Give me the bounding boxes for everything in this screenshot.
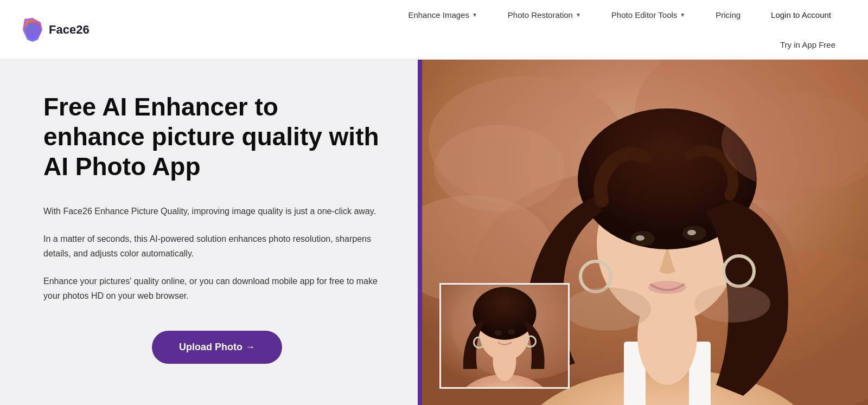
nav-area: Enhance Images ▼ Photo Restoration ▼ Pho… [393, 0, 846, 60]
nav-pricing-label: Pricing [716, 10, 741, 20]
hero-description-1: With Face26 Enhance Picture Quality, imp… [43, 204, 385, 218]
nav-top: Enhance Images ▼ Photo Restoration ▼ Pho… [393, 0, 846, 30]
svg-point-23 [694, 285, 770, 323]
photo-editor-tools-dropdown-icon: ▼ [680, 12, 685, 18]
main-photo [418, 60, 868, 405]
nav-enhance-images[interactable]: Enhance Images ▼ [393, 0, 492, 30]
logo-area[interactable]: Face26 [22, 18, 90, 42]
svg-point-21 [722, 92, 868, 190]
nav-photo-restoration-label: Photo Restoration [508, 10, 573, 20]
nav-photo-editor-tools[interactable]: Photo Editor Tools ▼ [596, 0, 700, 30]
nav-photo-editor-tools-label: Photo Editor Tools [611, 10, 677, 20]
nav-enhance-images-label: Enhance Images [408, 10, 469, 20]
nav-login-label: Login to Account [771, 10, 831, 20]
upload-photo-label: Upload Photo → [179, 342, 255, 353]
nav-bottom: Try in App Free [393, 30, 846, 60]
svg-point-30 [473, 287, 537, 340]
upload-photo-button[interactable]: Upload Photo → [152, 331, 282, 364]
svg-point-15 [636, 235, 644, 241]
logo-text: Face26 [49, 23, 90, 37]
svg-point-17 [648, 281, 686, 294]
logo-icon [22, 18, 43, 42]
try-app-button[interactable]: Try in App Free [769, 40, 846, 49]
svg-point-31 [494, 330, 502, 336]
enhance-images-dropdown-icon: ▼ [472, 12, 477, 18]
thumbnail-overlay [439, 283, 570, 389]
header: Face26 Enhance Images ▼ Photo Restoratio… [0, 0, 868, 60]
svg-point-32 [508, 329, 515, 335]
svg-point-22 [564, 287, 651, 331]
purple-border-left [418, 60, 422, 405]
left-panel: Free AI Enhancer to enhance picture qual… [0, 60, 418, 405]
nav-login[interactable]: Login to Account [756, 0, 846, 30]
photo-restoration-dropdown-icon: ▼ [576, 12, 581, 18]
svg-point-20 [434, 125, 564, 211]
hero-title: Free AI Enhancer to enhance picture qual… [43, 92, 385, 182]
nav-pricing[interactable]: Pricing [700, 0, 756, 30]
main-content: Free AI Enhancer to enhance picture qual… [0, 60, 868, 405]
try-app-label: Try in App Free [780, 40, 835, 49]
right-panel [418, 60, 868, 405]
hero-description-2: In a matter of seconds, this AI-powered … [43, 232, 385, 261]
nav-photo-restoration[interactable]: Photo Restoration ▼ [493, 0, 596, 30]
svg-point-16 [687, 230, 696, 235]
hero-description-3: Enhance your pictures' quality online, o… [43, 274, 385, 303]
